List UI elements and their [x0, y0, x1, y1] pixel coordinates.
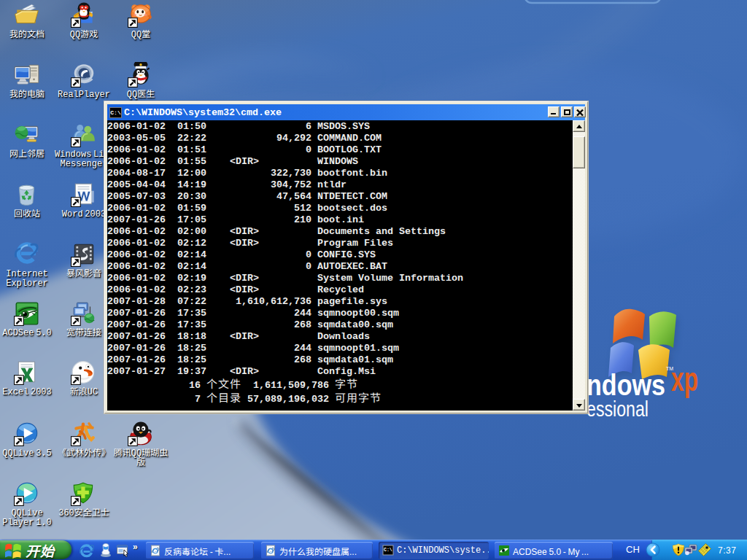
svg-text:C:\: C:\: [384, 548, 392, 553]
svg-text:essional: essional: [587, 397, 649, 421]
svg-text:xp: xp: [671, 360, 698, 398]
